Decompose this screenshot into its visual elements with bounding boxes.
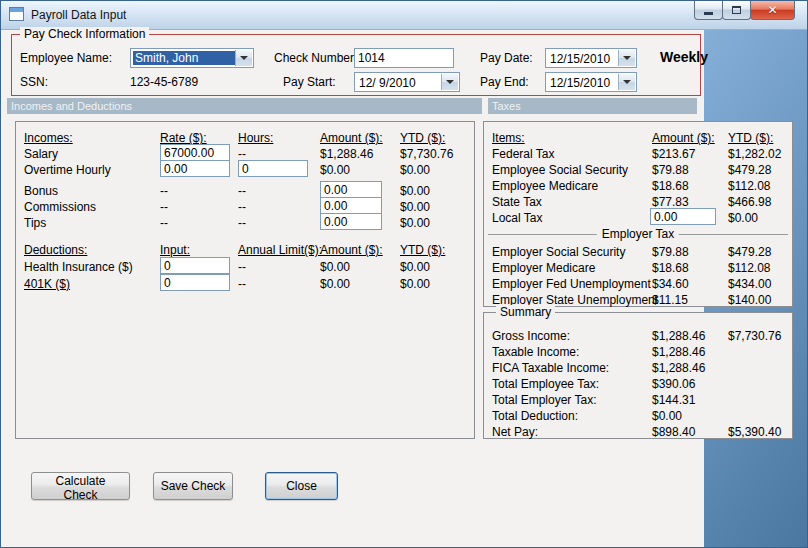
ssn-label: SSN: (20, 75, 48, 89)
tax-amount: $34.60 (652, 276, 689, 292)
summary-label: FICA Taxable Income: (492, 360, 609, 376)
income-row-tips: Tips -- -- $0.00 (16, 215, 474, 231)
minimize-button[interactable] (694, 1, 723, 20)
incomes-col-ytd: YTD ($): (400, 130, 445, 146)
pay-date-dropdown-button[interactable] (618, 50, 635, 66)
income-label: Salary (24, 146, 58, 162)
calculate-check-button[interactable]: Calculate Check (31, 472, 130, 500)
income-row-bonus: Bonus -- -- $0.00 (16, 183, 474, 199)
tax-amount: $79.88 (652, 162, 689, 178)
chevron-down-icon (623, 56, 631, 60)
tax-label: Local Tax (492, 210, 542, 226)
frequency-label: Weekly (660, 49, 708, 65)
summary-row-gross: Gross Income: $1,288.46 $7,730.76 (484, 328, 792, 344)
pay-date-value: 12/15/2010 (550, 52, 610, 66)
close-button[interactable]: ✕ (750, 1, 795, 20)
bonus-amount-input[interactable] (320, 181, 382, 198)
tax-amount: $18.68 (652, 178, 689, 194)
employee-name-label: Employee Name: (20, 51, 112, 65)
employee-name-value: Smith, John (133, 51, 235, 65)
summary-amount: $1,288.46 (652, 344, 705, 360)
pay-end-dropdown-button[interactable] (618, 74, 635, 90)
overtime-hours-input[interactable] (238, 160, 308, 177)
income-label: Tips (24, 215, 46, 231)
summary-row-emp-tax: Total Employee Tax: $390.06 (484, 376, 792, 392)
deductions-col-input: Input: (160, 242, 190, 258)
summary-label: Total Employee Tax: (492, 376, 599, 392)
deduction-row-health: Health Insurance ($) -- $0.00 $0.00 (16, 259, 474, 275)
summary-row-taxable: Taxable Income: $1,288.46 (484, 344, 792, 360)
deductions-col-ytd: YTD ($): (400, 242, 445, 258)
summary-ytd: $5,390.40 (728, 424, 781, 440)
summary-label: Taxable Income: (492, 344, 579, 360)
deduction-label: Health Insurance ($) (24, 259, 133, 275)
incomes-col-hours: Hours: (238, 130, 273, 146)
local-tax-input[interactable] (650, 208, 716, 225)
summary-amount: $898.40 (652, 424, 695, 440)
income-hours: -- (238, 183, 246, 199)
deduction-row-401k: 401K ($) -- $0.00 $0.00 (16, 276, 474, 292)
tax-amount: $213.67 (652, 146, 695, 162)
chevron-down-icon (240, 56, 248, 60)
maximize-button[interactable] (722, 1, 751, 20)
income-ytd: $0.00 (400, 199, 430, 215)
save-check-button[interactable]: Save Check (153, 472, 233, 500)
k401-input[interactable] (160, 274, 230, 291)
employer-tax-group-label: Employer Tax (597, 227, 679, 241)
summary-label: Total Deduction: (492, 408, 578, 424)
tax-amount: $18.68 (652, 260, 689, 276)
incomes-col-item: Incomes: (24, 130, 73, 146)
tax-label: Employee Medicare (492, 178, 598, 194)
pay-date-datepicker[interactable]: 12/15/2010 (545, 48, 637, 68)
window-controls: ✕ (695, 1, 795, 20)
employee-name-combobox[interactable]: Smith, John (130, 48, 254, 68)
salary-rate-input[interactable] (160, 144, 230, 161)
tax-ytd: $140.00 (728, 292, 771, 308)
tax-row-er-fed-unemp: Employer Fed Unemployment $34.60 $434.00 (484, 276, 792, 292)
chevron-down-icon (446, 80, 454, 84)
income-hours: -- (238, 199, 246, 215)
tax-ytd: $112.08 (728, 178, 771, 194)
tax-ytd: $479.28 (728, 162, 771, 178)
income-ytd: $7,730.76 (400, 146, 453, 162)
pay-start-dropdown-button[interactable] (441, 74, 458, 90)
summary-amount: $390.06 (652, 376, 695, 392)
taxes-section-header: Taxes (488, 98, 697, 114)
commissions-amount-input[interactable] (320, 197, 382, 214)
employee-name-dropdown-button[interactable] (235, 50, 252, 66)
income-label: Overtime Hourly (24, 162, 111, 178)
tax-label: State Tax (492, 194, 542, 210)
income-rate: -- (160, 199, 168, 215)
deduction-amount: $0.00 (320, 276, 350, 292)
tax-row-er-medicare: Employer Medicare $18.68 $112.08 (484, 260, 792, 276)
tax-ytd: $434.00 (728, 276, 771, 292)
tax-ytd: $479.28 (728, 244, 771, 260)
summary-amount: $0.00 (652, 408, 682, 424)
summary-row-er-tax: Total Employer Tax: $144.31 (484, 392, 792, 408)
close-action-button[interactable]: Close (265, 472, 338, 500)
titlebar[interactable]: Payroll Data Input ✕ (1, 1, 807, 30)
check-number-input[interactable] (354, 48, 454, 68)
tax-row-state: State Tax $77.83 $466.98 (484, 194, 792, 210)
employer-tax-separator: Employer Tax (488, 234, 788, 235)
summary-row-net-pay: Net Pay: $898.40 $5,390.40 (484, 424, 792, 440)
pay-start-value: 12/ 9/2010 (359, 76, 416, 90)
tips-amount-input[interactable] (320, 213, 382, 230)
tax-amount: $11.15 (652, 292, 688, 308)
app-icon (9, 7, 24, 21)
tax-ytd: $0.00 (728, 210, 758, 226)
tax-row-er-ss: Employer Social Security $79.88 $479.28 (484, 244, 792, 260)
pay-start-datepicker[interactable]: 12/ 9/2010 (354, 72, 460, 92)
deductions-col-amount: Amount ($): (320, 242, 383, 258)
deduction-401k-link[interactable]: 401K ($) (24, 276, 70, 292)
summary-row-fica: FICA Taxable Income: $1,288.46 (484, 360, 792, 376)
overtime-rate-input[interactable] (160, 160, 230, 177)
tax-ytd: $1,282.02 (728, 146, 781, 162)
window-title: Payroll Data Input (31, 8, 126, 22)
pay-end-datepicker[interactable]: 12/15/2010 (545, 72, 637, 92)
taxes-header-row: Items: Amount ($): YTD ($): (484, 130, 792, 146)
pay-end-label: Pay End: (480, 75, 529, 89)
payroll-window: Payroll Data Input ✕ Pay Check Informati… (0, 0, 808, 548)
health-insurance-input[interactable] (160, 257, 230, 274)
tax-row-federal: Federal Tax $213.67 $1,282.02 (484, 146, 792, 162)
